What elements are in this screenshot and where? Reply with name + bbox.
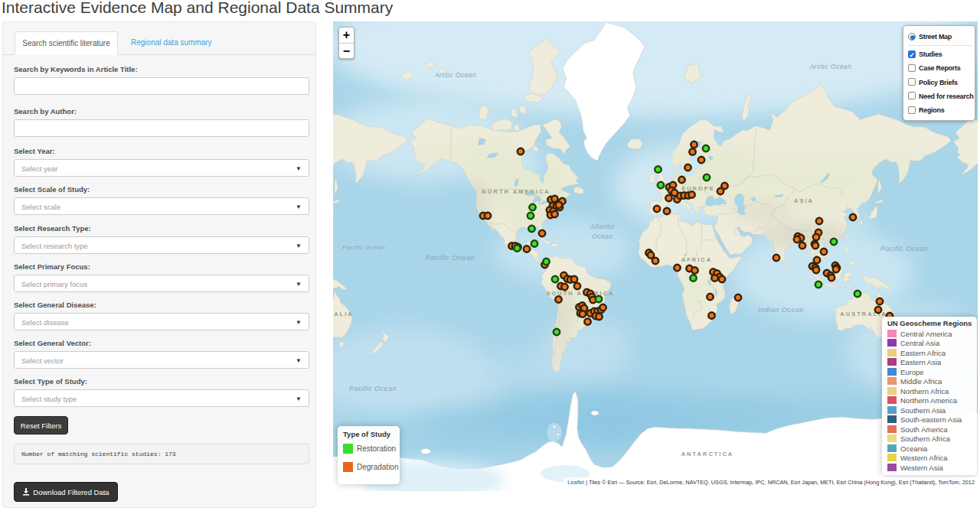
svg-text:AFRICA: AFRICA	[681, 256, 712, 263]
svg-text:Indian Ocean: Indian Ocean	[758, 306, 804, 314]
svg-text:SOUTH AMERICA: SOUTH AMERICA	[546, 290, 614, 297]
svg-text:Atlantic: Atlantic	[590, 223, 615, 230]
svg-text:ASIA: ASIA	[794, 197, 814, 204]
svg-text:Ocean: Ocean	[592, 233, 613, 240]
svg-text:Pacific Ocean: Pacific Ocean	[425, 253, 475, 262]
svg-text:EUROPE: EUROPE	[681, 185, 715, 192]
svg-text:Pacific Ocean: Pacific Ocean	[880, 245, 928, 252]
svg-text:Pacific Ocean: Pacific Ocean	[342, 244, 385, 251]
svg-text:ANTARCTICA: ANTARCTICA	[681, 451, 734, 457]
svg-text:Arctic Ocean: Arctic Ocean	[809, 63, 852, 70]
svg-text:NORTH AMERICA: NORTH AMERICA	[482, 188, 550, 195]
svg-text:AUSTRALIA: AUSTRALIA	[333, 311, 354, 317]
svg-text:Pacific Ocean: Pacific Ocean	[349, 385, 397, 392]
svg-text:Arctic Ocean: Arctic Ocean	[434, 71, 477, 79]
